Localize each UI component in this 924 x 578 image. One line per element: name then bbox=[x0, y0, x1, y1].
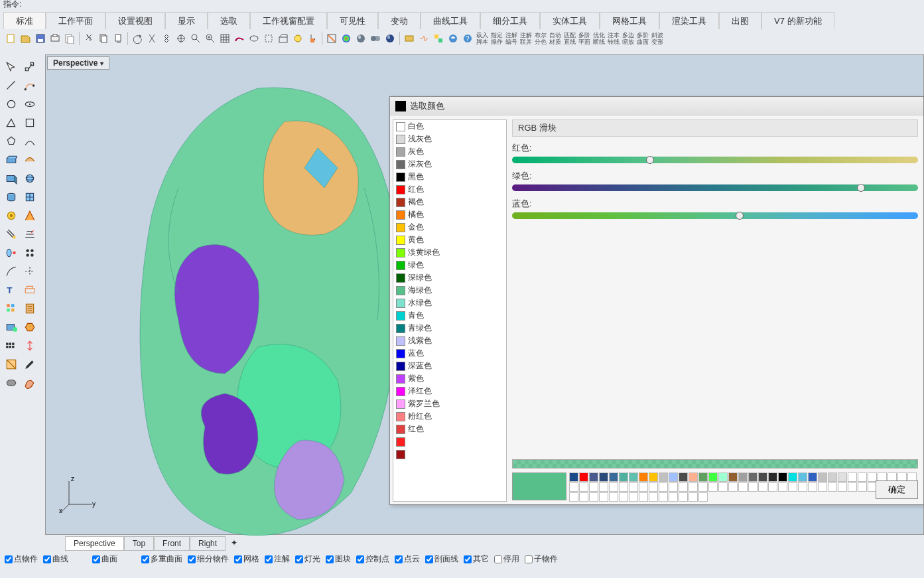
palette-empty[interactable] bbox=[788, 482, 797, 492]
toolbar-icon-17[interactable] bbox=[233, 32, 246, 45]
toolbar-icon-28[interactable] bbox=[383, 32, 397, 45]
palette-23[interactable] bbox=[798, 472, 807, 482]
palette-25[interactable] bbox=[818, 472, 827, 482]
palette-empty[interactable] bbox=[718, 482, 728, 492]
color-item-16[interactable]: 青绿色 bbox=[393, 322, 506, 334]
color-item-18[interactable]: 蓝色 bbox=[393, 347, 506, 360]
palette-empty[interactable] bbox=[599, 492, 608, 502]
palette-empty[interactable] bbox=[758, 482, 767, 492]
toolbar-icon-30[interactable] bbox=[403, 32, 416, 45]
filter-10[interactable]: 点云 bbox=[395, 553, 420, 565]
palette-empty[interactable] bbox=[689, 492, 698, 502]
slider-blue[interactable]: 蓝色: bbox=[512, 198, 918, 219]
color-name-list[interactable]: 白色浅灰色灰色深灰色黑色红色褐色橘色金色黄色淡黄绿色绿色深绿色海绿色水绿色青色青… bbox=[393, 119, 507, 502]
side-icon-4[interactable] bbox=[3, 96, 20, 113]
color-item-13[interactable]: 海绿色 bbox=[393, 284, 506, 297]
palette-empty[interactable] bbox=[778, 482, 787, 492]
tab-13[interactable]: 出图 bbox=[719, 12, 761, 31]
palette-7[interactable] bbox=[639, 472, 648, 482]
alpha-strip[interactable] bbox=[512, 459, 918, 469]
palette-22[interactable] bbox=[788, 472, 797, 482]
color-item-22[interactable]: 紫罗兰色 bbox=[393, 397, 506, 410]
filter-2[interactable]: 曲面 bbox=[92, 553, 117, 565]
color-item-21[interactable]: 洋红色 bbox=[393, 385, 506, 397]
color-item-3[interactable]: 深灰色 bbox=[393, 158, 506, 171]
side-icon-23[interactable] bbox=[21, 263, 38, 280]
side-icon-11[interactable] bbox=[21, 151, 38, 169]
palette-17[interactable] bbox=[738, 472, 748, 482]
palette-15[interactable] bbox=[718, 472, 728, 482]
side-icon-28[interactable] bbox=[3, 319, 20, 336]
filter-6[interactable]: 注解 bbox=[265, 553, 290, 565]
palette-empty[interactable] bbox=[669, 492, 678, 502]
slider-red-handle[interactable] bbox=[646, 156, 654, 164]
filter-0[interactable]: 点物件 bbox=[5, 553, 38, 565]
tab-10[interactable]: 实体工具 bbox=[540, 12, 600, 31]
side-icon-3[interactable] bbox=[21, 77, 38, 94]
filter-11[interactable]: 剖面线 bbox=[425, 553, 458, 565]
toolbar-icon-31[interactable] bbox=[417, 32, 430, 45]
color-item-4[interactable]: 黑色 bbox=[393, 171, 506, 183]
toolbar-text-12[interactable]: 斜波变形 bbox=[651, 31, 664, 46]
palette-0[interactable] bbox=[569, 472, 578, 482]
palette-empty[interactable] bbox=[818, 482, 827, 492]
palette-empty[interactable] bbox=[579, 482, 588, 492]
tab-12[interactable]: 渲染工具 bbox=[659, 12, 719, 31]
tab-4[interactable]: 选取 bbox=[208, 12, 250, 31]
tab-1[interactable]: 工作平面 bbox=[46, 12, 105, 31]
palette-4[interactable] bbox=[609, 472, 618, 482]
toolbar-icon-15[interactable] bbox=[204, 32, 217, 45]
tab-3[interactable]: 显示 bbox=[165, 12, 208, 31]
side-icon-6[interactable] bbox=[3, 114, 20, 131]
palette-6[interactable] bbox=[629, 472, 638, 482]
toolbar-icon-6[interactable] bbox=[82, 32, 96, 45]
side-icon-30[interactable] bbox=[3, 337, 20, 354]
side-icon-15[interactable] bbox=[21, 188, 38, 206]
color-item-10[interactable]: 淡黄绿色 bbox=[393, 246, 506, 259]
toolbar-text-7[interactable]: 多阶平面 bbox=[578, 31, 591, 46]
palette-empty[interactable] bbox=[619, 492, 628, 502]
palette-18[interactable] bbox=[748, 472, 758, 482]
tab-9[interactable]: 细分工具 bbox=[480, 12, 540, 31]
side-icon-32[interactable] bbox=[3, 356, 20, 373]
side-icon-18[interactable] bbox=[3, 226, 20, 243]
side-icon-34[interactable] bbox=[3, 374, 20, 392]
viewport-tab-perspective[interactable]: Perspective bbox=[65, 536, 124, 551]
palette-empty[interactable] bbox=[599, 482, 608, 492]
palette-empty[interactable] bbox=[748, 482, 758, 492]
toolbar-text-9[interactable]: 注本转线 bbox=[607, 31, 620, 46]
toolbar-icon-24[interactable] bbox=[325, 32, 338, 45]
palette-14[interactable] bbox=[708, 472, 718, 482]
viewport-tab-front[interactable]: Front bbox=[154, 536, 190, 551]
toolbar-icon-32[interactable] bbox=[432, 32, 445, 45]
toolbar-text-11[interactable]: 多阶曲面 bbox=[636, 31, 649, 46]
toolbar-icon-4[interactable] bbox=[63, 32, 76, 45]
filter-13[interactable]: 停用 bbox=[494, 553, 519, 565]
color-item-24[interactable]: 红色 bbox=[393, 423, 506, 435]
toolbar-text-2[interactable]: 注解编号 bbox=[505, 31, 518, 46]
palette-empty[interactable] bbox=[698, 492, 708, 502]
toolbar-text-4[interactable]: 布尔分色 bbox=[534, 31, 547, 46]
side-icon-27[interactable] bbox=[21, 300, 38, 317]
side-icon-33[interactable] bbox=[21, 356, 38, 373]
color-item-7[interactable]: 橘色 bbox=[393, 208, 506, 221]
toolbar-text-0[interactable]: 载入脚本 bbox=[476, 31, 489, 46]
palette-empty[interactable] bbox=[798, 482, 807, 492]
toolbar-icon-22[interactable] bbox=[306, 32, 319, 45]
palette-2[interactable] bbox=[589, 472, 598, 482]
palette-empty[interactable] bbox=[808, 482, 817, 492]
toolbar-icon-13[interactable] bbox=[174, 32, 188, 45]
toolbar-icon-3[interactable] bbox=[48, 32, 62, 45]
palette-empty[interactable] bbox=[708, 482, 718, 492]
palette-empty[interactable] bbox=[689, 482, 698, 492]
palette-21[interactable] bbox=[778, 472, 787, 482]
color-item-26[interactable] bbox=[393, 448, 506, 461]
toolbar-text-3[interactable]: 注解联并 bbox=[519, 31, 533, 46]
palette-1[interactable] bbox=[579, 472, 588, 482]
toolbar-text-1[interactable]: 指定操作 bbox=[490, 31, 503, 46]
palette-13[interactable] bbox=[698, 472, 708, 482]
filter-8[interactable]: 图块 bbox=[326, 553, 351, 565]
filter-1[interactable]: 曲线 bbox=[43, 553, 68, 565]
color-item-23[interactable]: 粉红色 bbox=[393, 410, 506, 423]
palette-empty[interactable] bbox=[828, 482, 837, 492]
